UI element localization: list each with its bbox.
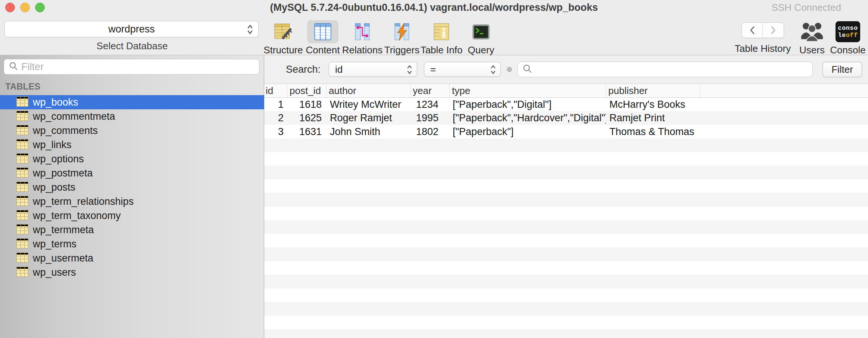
table-icon: [16, 224, 28, 236]
table-row[interactable]: 3 1631 John Smith 1802 ["Paperback"] Tho…: [264, 125, 868, 139]
chevron-up-down-icon: [490, 64, 496, 76]
sidebar-table-item[interactable]: wp_term_relationships: [0, 194, 264, 209]
table-name: wp_posts: [33, 182, 75, 193]
search-bar: Search: id =: [264, 55, 868, 84]
query-icon: [465, 20, 497, 43]
table-list: wp_books wp_commentmeta: [0, 95, 264, 279]
console-icon-line2-accent: off: [846, 32, 858, 39]
cell-type: ["Paperback","Digital"]: [450, 99, 606, 110]
table-icon: [16, 97, 28, 108]
cell-post-id: 1618: [287, 99, 327, 110]
sidebar-table-item[interactable]: wp_posts: [0, 180, 264, 194]
search-icon: [9, 61, 18, 72]
table-icon: [16, 210, 28, 222]
filter-button[interactable]: Filter: [822, 62, 862, 77]
console-icon: conso leoff: [832, 20, 864, 43]
main-area: TABLES wp_books: [0, 55, 868, 338]
users-button[interactable]: Users: [794, 15, 830, 56]
sidebar-table-item[interactable]: wp_termmeta: [0, 223, 264, 237]
table-name: wp_books: [33, 97, 78, 108]
table-filter-input[interactable]: [21, 60, 259, 73]
content-label: Content: [306, 44, 340, 56]
relations-button[interactable]: Relations: [343, 15, 382, 56]
sidebar-table-item[interactable]: wp_options: [0, 152, 264, 166]
titlebar: (MySQL 5.7.24-0ubuntu0.16.04.1) vagrant.…: [0, 0, 868, 15]
table-name: wp_comments: [33, 125, 98, 137]
history-back-button[interactable]: [742, 23, 763, 38]
chevron-up-down-icon: [247, 24, 253, 37]
structure-label: Structure: [263, 44, 303, 56]
cell-type: ["Paperback","Hardcover","Digital"]: [450, 112, 606, 124]
search-operator-value: =: [430, 64, 436, 75]
sidebar-table-item[interactable]: wp_term_taxonomy: [0, 209, 264, 223]
column-header[interactable]: year: [410, 84, 450, 97]
table-row[interactable]: 1 1618 Writey McWriter 1234 ["Paperback"…: [264, 98, 868, 112]
sidebar-table-item[interactable]: wp_users: [0, 265, 264, 279]
cell-publisher: Ramjet Print: [606, 112, 700, 124]
table-icon: [16, 238, 28, 250]
view-buttons: Structure Content: [263, 15, 501, 56]
table-name: wp_terms: [33, 238, 77, 250]
search-value-input[interactable]: [536, 63, 812, 76]
database-select[interactable]: wordpress: [4, 21, 259, 37]
table-header-row: id post_id author year type publisher: [264, 84, 868, 98]
triggers-button[interactable]: Triggers: [382, 15, 422, 56]
column-header[interactable]: post_id: [287, 84, 327, 97]
database-selector-area: wordpress Select Database: [0, 15, 264, 55]
sidebar-table-item[interactable]: wp_usermeta: [0, 251, 264, 265]
table-info-button[interactable]: Table Info: [422, 15, 461, 56]
table-icon: [16, 168, 28, 179]
sidebar-table-item[interactable]: wp_terms: [0, 237, 264, 251]
users-icon: [796, 20, 828, 43]
table-icon: [16, 196, 28, 207]
console-button[interactable]: conso leoff Console: [830, 15, 866, 56]
column-header[interactable]: author: [327, 84, 410, 97]
sidebar-table-item[interactable]: wp_commentmeta: [0, 109, 264, 123]
cell-author: Roger Ramjet: [327, 112, 410, 124]
query-label: Query: [468, 44, 494, 56]
search-label: Search:: [286, 64, 321, 75]
triggers-icon: [386, 20, 418, 43]
table-name: wp_term_relationships: [33, 196, 134, 207]
filter-indicator-dot: [507, 67, 512, 72]
search-operator-select[interactable]: =: [424, 62, 501, 77]
table-icon: [16, 125, 28, 137]
cell-publisher: Thomas & Thomas: [606, 126, 700, 138]
console-icon-line2-white: le: [838, 32, 846, 39]
column-header[interactable]: publisher: [606, 84, 700, 97]
query-button[interactable]: Query: [461, 15, 501, 56]
history-forward-button[interactable]: [763, 23, 784, 38]
column-header[interactable]: id: [264, 84, 287, 97]
table-row[interactable]: 2 1625 Roger Ramjet 1995 ["Paperback","H…: [264, 112, 868, 125]
chevron-up-down-icon: [407, 64, 412, 76]
table-history-control: Table History: [731, 15, 794, 54]
console-icon-line1: conso: [838, 25, 858, 32]
cell-id: 2: [264, 112, 287, 124]
table-icon: [16, 111, 28, 122]
cell-type: ["Paperback"]: [450, 126, 606, 138]
table-name: wp_termmeta: [33, 224, 94, 236]
column-header[interactable]: type: [450, 84, 606, 97]
content-button[interactable]: Content: [303, 15, 343, 56]
sidebar-table-item[interactable]: wp_links: [0, 138, 264, 152]
structure-button[interactable]: Structure: [263, 15, 303, 56]
table-info-label: Table Info: [421, 44, 463, 56]
cell-year: 1802: [410, 126, 450, 138]
cell-publisher: McHarry's Books: [606, 99, 700, 110]
cell-post-id: 1625: [287, 112, 327, 124]
ssh-status: SSH Connected: [772, 0, 841, 15]
select-database-label: Select Database: [0, 40, 264, 52]
table-info-icon: [426, 20, 457, 43]
table-name: wp_commentmeta: [33, 111, 115, 122]
toolbar-right: Table History Users: [731, 15, 866, 56]
sidebar-table-item[interactable]: wp_books: [0, 95, 264, 109]
cell-author: John Smith: [327, 126, 410, 138]
search-column-select[interactable]: id: [329, 62, 417, 77]
column-header-filler: [700, 84, 868, 97]
table-name: wp_users: [33, 267, 76, 278]
cell-author: Writey McWriter: [327, 99, 410, 110]
sidebar-table-item[interactable]: wp_comments: [0, 123, 264, 138]
cell-id: 3: [264, 126, 287, 138]
content-icon: [307, 20, 338, 43]
sidebar-table-item[interactable]: wp_postmeta: [0, 166, 264, 180]
